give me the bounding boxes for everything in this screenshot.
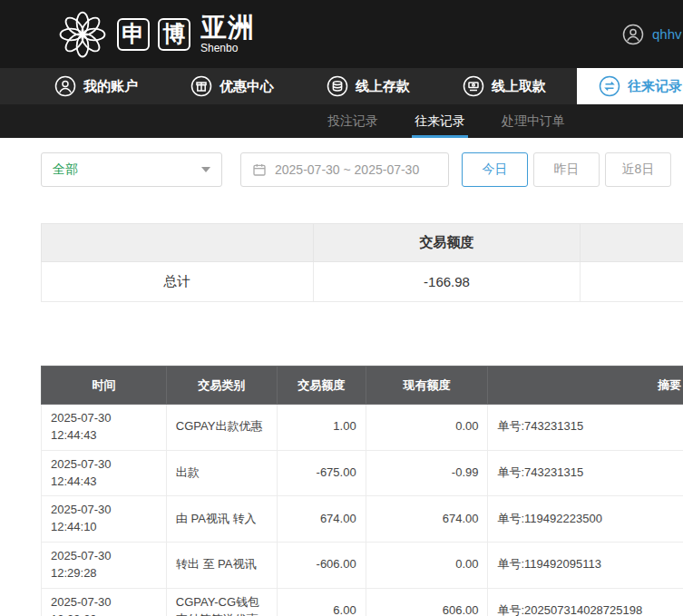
last-8-days-button[interactable]: 近8日 [605,152,671,187]
brand-subtitle: Shenbo [200,43,255,54]
quick-date-buttons: 今日 昨日 近8日 [462,152,671,187]
cell-summary: 单号:743231315 [488,450,683,496]
nav-item-my-account[interactable]: 我的账户 [33,68,160,104]
cell-amount: 6.00 [277,588,366,616]
type-filter-value: 全部 [53,161,78,178]
main-content: 全部 2025-07-30 ~ 2025-07-30 今日 昨日 近8日 [0,152,683,616]
cell-summary: 单号:743231315 [488,405,683,451]
nav-item-transfer-records[interactable]: 往来记录 [577,68,683,104]
table-row: 2025-07-30 12:29:20 CGPAY-CG钱包支付笔笔送优惠 6.… [42,588,683,616]
summary-header-empty-left [42,224,314,262]
summary-header-empty-right [581,224,683,262]
brand-logo: 申 博 亚洲 Shenbo [56,8,255,61]
cell-type: 出款 [166,450,277,496]
brand-text: 亚洲 Shenbo [200,15,255,54]
nav-item-label: 线上存款 [356,78,410,95]
table-row: 2025-07-30 12:29:28 转出 至 PA视讯 -606.00 0.… [42,543,683,589]
yesterday-button[interactable]: 昨日 [533,152,600,187]
main-navigation: 我的账户 优惠中心 线上存款 线上取款 [0,68,683,104]
cell-summary: 单号:119492223500 [488,496,683,543]
records-header-row: 时间 交易类别 交易额度 现有额度 摘要 [42,367,683,405]
col-header-balance: 现有额度 [366,367,488,405]
records-body: 2025-07-30 12:44:43 CGPAY出款优惠 1.00 0.00 … [42,405,683,616]
table-row: 2025-07-30 12:44:43 CGPAY出款优惠 1.00 0.00 … [42,405,683,451]
page: 申 博 亚洲 Shenbo qhhv [0,0,683,616]
app-viewport: 申 博 亚洲 Shenbo qhhv [0,0,683,616]
promo-icon [190,75,212,97]
tab-transfer-records[interactable]: 往来记录 [412,104,468,138]
records-table: 时间 交易类别 交易额度 现有额度 摘要 2025-07-30 12:44:43… [41,366,683,616]
cell-amount: 1.00 [277,405,366,451]
cell-type: CGPAY出款优惠 [166,405,277,451]
type-filter-select[interactable]: 全部 [41,152,222,187]
cell-type: 转出 至 PA视讯 [166,543,277,589]
tab-label: 处理中订单 [502,113,565,130]
top-header: 申 博 亚洲 Shenbo qhhv [0,0,683,68]
nav-item-label: 线上取款 [492,78,546,95]
tab-label: 往来记录 [415,113,465,130]
col-header-summary: 摘要 [488,367,683,405]
cell-time: 2025-07-30 12:29:20 [42,588,167,616]
cell-type: CGPAY-CG钱包支付笔笔送优惠 [166,588,277,616]
summary-total-value: -166.98 [313,262,581,302]
cell-balance: 674.00 [366,496,488,543]
username-label: qhhv [652,26,682,42]
cell-time: 2025-07-30 12:44:10 [42,496,167,543]
summary-empty-cell [581,262,683,302]
summary-total-row: 总计 -166.98 [42,262,683,302]
brand-char-bo: 博 [158,18,190,51]
filter-bar: 全部 2025-07-30 ~ 2025-07-30 今日 昨日 近8日 [41,152,683,187]
summary-header-row: 交易额度 [42,224,683,262]
nav-item-withdraw[interactable]: 线上取款 [441,68,568,104]
nav-item-label: 优惠中心 [220,78,274,95]
cell-balance: 0.00 [366,405,488,451]
tab-label: 投注记录 [327,113,378,130]
brand-region: 亚洲 [200,15,255,41]
tab-betting-records[interactable]: 投注记录 [325,104,381,138]
table-row: 2025-07-30 12:44:10 由 PA视讯 转入 674.00 674… [42,496,683,543]
cell-time: 2025-07-30 12:44:43 [42,405,167,451]
cell-amount: -675.00 [277,450,366,496]
brand-char-shen: 申 [117,18,150,51]
tab-processing-orders[interactable]: 处理中订单 [499,104,568,138]
nav-item-promotions[interactable]: 优惠中心 [169,68,296,104]
table-row: 2025-07-30 12:44:43 出款 -675.00 -0.99 单号:… [42,450,683,496]
cell-balance: 0.00 [366,543,488,589]
date-range-value: 2025-07-30 ~ 2025-07-30 [275,162,419,177]
summary-total-label: 总计 [42,262,314,302]
cell-balance: 606.00 [366,588,488,616]
date-range-picker[interactable]: 2025-07-30 ~ 2025-07-30 [240,152,449,187]
lotus-flower-icon [56,8,109,61]
user-account-link[interactable]: qhhv [622,0,682,68]
col-header-time: 时间 [42,367,167,405]
cell-type: 由 PA视讯 转入 [166,496,277,543]
cell-time: 2025-07-30 12:29:28 [42,543,167,589]
cell-amount: -606.00 [277,543,366,589]
withdraw-icon [463,75,484,97]
summary-table: 交易额度 总计 -166.98 [41,223,683,302]
calendar-icon [252,162,267,177]
cell-summary: 单号:202507314028725198 [488,588,683,616]
user-avatar-icon [622,24,644,45]
chevron-down-icon [201,167,210,172]
nav-item-label: 我的账户 [83,78,138,95]
cell-time: 2025-07-30 12:44:43 [42,450,167,496]
col-header-amount: 交易额度 [277,367,366,405]
nav-item-deposit[interactable]: 线上存款 [305,68,432,104]
today-button[interactable]: 今日 [462,152,528,187]
records-tab-bar: 投注记录 往来记录 处理中订单 [0,104,683,138]
cell-amount: 674.00 [277,496,366,543]
account-icon [54,75,76,97]
cell-summary: 单号:119492095113 [488,543,683,589]
transfer-records-icon [599,75,620,97]
deposit-icon [327,75,348,97]
cell-balance: -0.99 [366,450,488,496]
col-header-type: 交易类别 [166,367,277,405]
summary-header-amount: 交易额度 [313,224,581,262]
nav-item-label: 往来记录 [628,78,682,95]
